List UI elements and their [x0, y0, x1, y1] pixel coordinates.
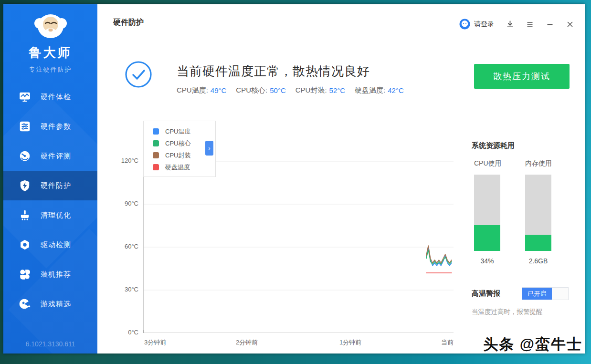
- alarm-toggle-on-label: 已开启: [522, 288, 552, 300]
- memory-usage-label: 内存使用: [525, 159, 552, 168]
- hex-nut-icon: [19, 239, 31, 251]
- game-icon: [19, 298, 31, 310]
- metric-disk-temp: 硬盘温度:42°C: [355, 86, 404, 95]
- sidebar-item-pc-build-recommend[interactable]: 装机推荐: [3, 260, 97, 289]
- clover-icon: [19, 268, 31, 281]
- legend-item-disk-temp[interactable]: 硬盘温度: [144, 161, 215, 173]
- legend-swatch: [153, 128, 159, 135]
- close-icon[interactable]: [566, 20, 574, 29]
- sidebar-item-label: 驱动检测: [41, 240, 71, 250]
- app-logo: 鲁大师 专注硬件防护: [3, 12, 97, 74]
- brush-icon: [19, 209, 31, 221]
- download-icon[interactable]: [506, 20, 514, 29]
- sidebar-nav: 硬件体检 硬件参数 硬件评测 硬件防护: [3, 82, 97, 319]
- app-slogan: 专注硬件防护: [3, 65, 97, 74]
- sidebar-item-label: 硬件体检: [41, 93, 71, 102]
- cpu-usage-bar: [474, 175, 500, 251]
- metric-cpu-temp: CPU温度:49°C: [177, 86, 226, 95]
- shield-bolt-icon: [19, 179, 31, 192]
- mascot-face-icon: [30, 12, 71, 41]
- legend-item-cpu-package[interactable]: CPU封装: [144, 149, 215, 161]
- sidebar-item-hardware-checkup[interactable]: 硬件体检: [3, 82, 97, 112]
- titlebar-controls: 请登录: [459, 19, 574, 30]
- alarm-title: 高温警报: [472, 289, 500, 298]
- cpu-usage-label: CPU使用: [474, 159, 502, 168]
- main-panel: 硬件防护 请登录 当前硬件温度正常，散热情况良好 CPU温度:4: [97, 4, 585, 354]
- minimize-icon[interactable]: [546, 20, 554, 29]
- sidebar-item-hardware-params[interactable]: 硬件参数: [3, 112, 97, 141]
- memory-usage-fill: [525, 235, 551, 251]
- legend-swatch: [153, 140, 159, 146]
- status-ok-icon: [125, 61, 152, 90]
- avatar-icon: [459, 19, 470, 30]
- memory-usage-bar: [525, 175, 551, 251]
- alarm-description: 当温度过高时，报警提醒: [472, 308, 543, 316]
- cpu-usage-value: 34%: [474, 257, 500, 265]
- memory-usage-value: 2.6GB: [525, 257, 551, 265]
- status-headline: 当前硬件温度正常，散热情况良好: [177, 63, 370, 80]
- sidebar-item-cleanup-optimize[interactable]: 清理优化: [3, 200, 97, 230]
- watermark-text: 头条 @蛮牛士: [483, 334, 582, 354]
- sidebar-item-hardware-benchmark[interactable]: 硬件评测: [3, 141, 97, 171]
- resources-title: 系统资源耗用: [472, 141, 515, 150]
- monitor-chart-icon: [19, 91, 31, 103]
- alarm-toggle[interactable]: 已开启: [522, 287, 569, 300]
- sidebar-item-label: 清理优化: [41, 211, 71, 220]
- temperature-chart-svg: [143, 161, 454, 333]
- legend-swatch: [153, 152, 159, 158]
- login-label: 请登录: [474, 20, 494, 29]
- metric-cpu-package: CPU封装:52°C: [296, 86, 345, 95]
- sidebar-item-hardware-protection[interactable]: 硬件防护: [3, 171, 97, 200]
- sidebar: 鲁大师 专注硬件防护 硬件体检 硬件参数 硬件评测: [3, 4, 97, 354]
- sidebar-item-label: 游戏精选: [41, 300, 71, 309]
- sidebar-item-game-picks[interactable]: 游戏精选: [3, 289, 97, 319]
- page-title: 硬件防护: [113, 18, 144, 28]
- sidebar-item-driver-detect[interactable]: 驱动检测: [3, 230, 97, 260]
- sidebar-item-label: 装机推荐: [41, 270, 71, 279]
- temperature-chart: [143, 161, 454, 333]
- gauge-icon: [19, 150, 31, 162]
- sidebar-item-label: 硬件参数: [41, 122, 71, 131]
- cpu-usage-fill: [474, 225, 500, 251]
- legend-swatch: [153, 164, 159, 170]
- temperature-metrics: CPU温度:49°C CPU核心:50°C CPU封装:52°C 硬盘温度:42…: [177, 86, 404, 95]
- legend-expand-chevron-icon[interactable]: ›: [205, 141, 213, 156]
- chart-y-axis-labels: 120°C 90°C 60°C 30°C 0°C: [106, 161, 138, 333]
- login-button[interactable]: 请登录: [459, 19, 494, 30]
- sidebar-item-label: 硬件防护: [41, 181, 71, 190]
- version-number: 6.1021.3130.611: [3, 340, 97, 348]
- sidebar-item-label: 硬件评测: [41, 152, 71, 161]
- chart-x-axis-labels: 3分钟前 2分钟前 1分钟前 当前: [143, 338, 454, 347]
- menu-icon[interactable]: [526, 20, 534, 29]
- app-window: 鲁大师 专注硬件防护 硬件体检 硬件参数 硬件评测: [3, 4, 585, 354]
- sliders-icon: [19, 120, 31, 133]
- legend-item-cpu-temp[interactable]: CPU温度: [144, 125, 215, 137]
- legend-item-cpu-core[interactable]: CPU核心: [144, 137, 215, 149]
- metric-cpu-core: CPU核心:50°C: [236, 86, 285, 95]
- stress-test-button[interactable]: 散热压力测试: [474, 64, 570, 89]
- app-name: 鲁大师: [3, 44, 97, 61]
